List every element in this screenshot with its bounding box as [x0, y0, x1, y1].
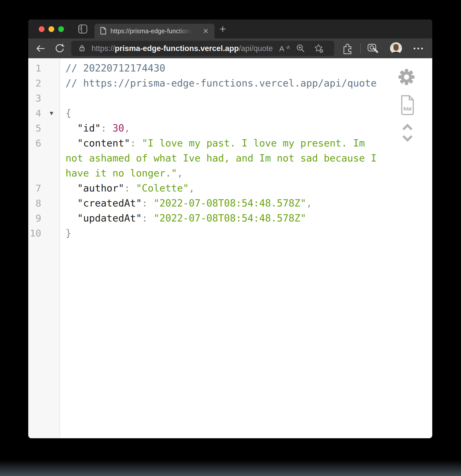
svg-text:A: A — [279, 44, 284, 53]
address-bar[interactable]: https://prisma-edge-functions.vercel.app… — [71, 41, 334, 56]
line-number: 5 — [28, 121, 41, 136]
scroll-down-chevron-icon[interactable] — [402, 135, 413, 143]
code-text: // 20220712174430 — [66, 61, 382, 76]
code-text: { — [66, 106, 382, 121]
tab-close-icon[interactable] — [203, 28, 209, 35]
desktop-shadow-edge — [0, 460, 461, 476]
line-number: 8 — [28, 196, 41, 211]
back-button[interactable] — [35, 38, 46, 58]
code-text: "createdAt": "2022-07-08T08:54:48.578Z", — [66, 196, 382, 211]
read-aloud-icon[interactable]: A — [279, 41, 290, 56]
browser-window: https://prisma-edge-functions — [28, 20, 432, 438]
refresh-button[interactable] — [54, 38, 64, 58]
raw-label: RAW — [404, 106, 412, 112]
line-number: 7 — [28, 181, 41, 196]
screen: https://prisma-edge-functions — [0, 0, 461, 476]
titlebar: https://prisma-edge-functions — [28, 20, 432, 38]
code-text: } — [66, 226, 382, 241]
code-line: 10} — [28, 226, 432, 241]
code-text: "content": "I love my past. I love my pr… — [66, 136, 382, 181]
line-number: 4 — [28, 106, 41, 121]
code-line: 9 "updatedAt": "2022-07-08T08:54:48.578Z… — [28, 211, 432, 226]
url-scheme: https:// — [92, 44, 115, 53]
extensions-icon[interactable] — [342, 38, 354, 58]
minimize-window-button[interactable] — [48, 26, 54, 32]
code-line: 1// 20220712174430 — [28, 61, 432, 76]
url-host: prisma-edge-functions.vercel.app — [115, 44, 239, 53]
page-content: 1// 202207121744302// https://prisma-edg… — [28, 58, 432, 438]
add-favorite-icon[interactable] — [314, 41, 324, 56]
page-favicon-icon — [100, 27, 106, 36]
profile-avatar[interactable] — [390, 42, 402, 54]
code-text: "author": "Colette", — [66, 181, 382, 196]
fullscreen-window-button[interactable] — [58, 26, 64, 32]
code-line: 2// https://prisma-edge-functions.vercel… — [28, 76, 432, 91]
viewer-settings-gear-icon[interactable] — [398, 68, 415, 87]
code-lines: 1// 202207121744302// https://prisma-edg… — [28, 58, 432, 241]
code-line: 5 "id": 30, — [28, 121, 432, 136]
line-number: 1 — [28, 61, 41, 76]
tab-title-fade — [177, 24, 196, 38]
raw-view-icon[interactable]: RAW — [399, 95, 416, 117]
browser-tab[interactable]: https://prisma-edge-functions — [94, 24, 214, 38]
code-text — [66, 91, 382, 106]
line-number: 6 — [28, 136, 41, 151]
web-capture-icon[interactable] — [367, 38, 379, 58]
line-number: 10 — [28, 226, 41, 241]
code-text: "id": 30, — [66, 121, 382, 136]
url-path: /api/quote — [239, 44, 273, 53]
code-line: 4▼{ — [28, 106, 432, 121]
code-line: 7 "author": "Colette", — [28, 181, 432, 196]
scroll-up-chevron-icon[interactable] — [402, 124, 413, 132]
line-number: 3 — [28, 91, 41, 106]
code-text: // https://prisma-edge-functions.vercel.… — [66, 76, 382, 91]
code-line: 8 "createdAt": "2022-07-08T08:54:48.578Z… — [28, 196, 432, 211]
code-text: "updatedAt": "2022-07-08T08:54:48.578Z" — [66, 211, 382, 226]
zoom-in-icon[interactable] — [296, 41, 306, 56]
fold-toggle-icon[interactable]: ▼ — [50, 106, 53, 121]
settings-menu-icon[interactable] — [413, 38, 424, 58]
lock-icon[interactable] — [79, 44, 85, 53]
code-line: 6 "content": "I love my past. I love my … — [28, 136, 432, 181]
close-window-button[interactable] — [39, 26, 44, 32]
tab-actions-menu-icon[interactable] — [78, 24, 88, 34]
line-number: 2 — [28, 76, 41, 91]
toolbar-separator — [360, 44, 361, 54]
line-number: 9 — [28, 211, 41, 226]
new-tab-button[interactable] — [219, 25, 227, 34]
url-text: https://prisma-edge-functions.vercel.app… — [92, 44, 273, 53]
nav-toolbar: https://prisma-edge-functions.vercel.app… — [28, 38, 432, 58]
code-line: 3 — [28, 91, 432, 106]
